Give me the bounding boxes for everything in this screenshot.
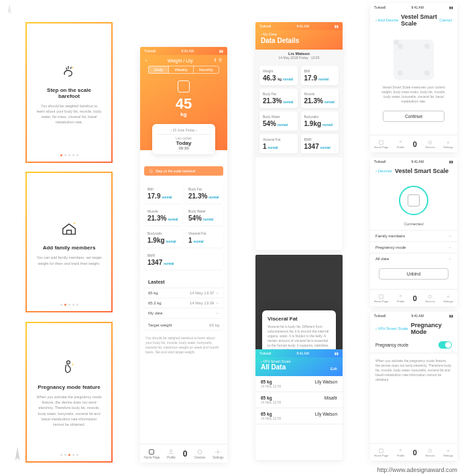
tab-home[interactable]: Home Page [143,449,160,459]
award-bottom-logo [8,445,27,464]
tab-profile[interactable]: Profile [397,448,404,457]
latest-row[interactable]: 65.2 kg14 May 13:39 → [144,298,223,308]
metric-bodyfat[interactable]: Body Fat21.3%normal [185,184,223,203]
metric-bmr[interactable]: BMR1347normal [144,250,223,270]
barefoot-icon [59,60,79,80]
status-bar: Turkcell9:41 AM▮▮ [255,349,343,357]
data-row[interactable]: 65 kg14 May 12:05Lily Watson [255,376,343,392]
edit-button[interactable]: Edit [331,367,337,371]
latest-row[interactable]: 65 kg14 May 13:37 → [144,288,223,298]
family-icon [59,218,79,238]
metrics-grid: BMI17.9normal Body Fat21.3%normal Muscle… [140,180,227,274]
tab-devices[interactable]: Devices [425,448,434,457]
tab-monthly: Monthly [193,66,219,74]
data-details-screen: Turkcell9:41 AM▮▮ ‹ My Data Data Details… [255,22,343,250]
metric-bodysalts[interactable]: Bodysalts1.9kgnormal [144,228,182,247]
row-pregnancy[interactable]: Pregnancy mode→ [370,241,457,253]
dd-bodywater[interactable]: Body Water54%normal [259,111,298,131]
svg-point-5 [170,449,172,451]
status-bar: Turkcell9:41 AM▮▮ [370,312,457,320]
back-crumb[interactable]: ‹ My Data [261,32,337,36]
svg-point-9 [400,141,401,142]
share-icon[interactable]: ⇪ ⚲ [213,58,222,63]
unbind-button[interactable]: Unbind [379,268,449,280]
dd-bodyfat[interactable]: Body Fat21.3%normal [259,88,298,108]
tab-weigh[interactable]: 0 [413,294,417,302]
tab-daily: Daily [148,66,168,74]
back-crumb[interactable]: ‹ VFit Smart Scale [261,359,291,363]
tab-settings[interactable]: Settings [443,139,453,149]
back-crumb[interactable]: ‹ Devices [375,169,392,173]
svg-rect-8 [379,140,383,143]
tab-settings[interactable]: Settings [213,449,223,459]
svg-point-6 [198,450,202,454]
svg-point-7 [217,451,219,453]
popup-body: Visceral fat is body fat. Different from… [267,324,331,353]
my-data-row[interactable]: My data→ [144,308,223,318]
page-dots[interactable] [27,454,111,456]
tab-weigh[interactable]: 0 [413,140,417,148]
dd-bmi[interactable]: BMI17.9normal [301,66,339,85]
tab-profile[interactable]: Profile [397,139,404,149]
metric-bmi[interactable]: BMI17.9normal [144,184,182,203]
toggle-switch[interactable] [438,341,452,349]
screen-title: Pregnancy Mode [411,322,452,335]
tab-bar[interactable]: Home Page Profile 0 Devices Settings [370,289,457,306]
tab-devices[interactable]: Devices [194,449,205,459]
tab-bar[interactable]: Home Page Profile 0 Devices Settings [370,443,457,461]
dd-muscle[interactable]: Muscle21.3%normal [301,88,339,108]
pregnancy-icon [59,357,79,377]
target-section[interactable]: Target weight65 kg [144,320,223,330]
continue-button[interactable]: Continue [383,111,444,122]
tab-devices[interactable]: Devices [425,294,434,303]
back-button[interactable]: ‹ [145,58,147,63]
svg-point-3 [72,363,73,365]
dd-weight[interactable]: Weight46.3 kgnormal [259,66,298,85]
onboarding-screen-3: Pregnancy mode feature When you activate… [25,322,113,463]
tab-home[interactable]: Home Page [374,448,388,457]
screen-title: All Data [261,363,291,371]
device-desc: Vestel Smart Scale measures your current… [375,85,452,104]
svg-point-0 [72,66,73,68]
metric-visceral[interactable]: Visceral Fat1normal [185,228,223,247]
tab-home[interactable]: Home Page [374,139,388,149]
tab-devices[interactable]: Devices [425,139,434,149]
onboarding-screen-2: Add family members You can add family me… [25,172,113,312]
pregnancy-toggle-row[interactable]: Pregnancy mode [370,337,457,353]
period-tabs[interactable]: Daily Weekly Monthly [145,66,222,74]
screen-title: Data Details [261,37,337,44]
tab-bar[interactable]: Home Page Profile 0 Devices Settings [140,444,227,463]
screen-title: Vestel Smart Scale [401,13,439,27]
status-bar: Turkcell9:41 AM▮▮ [140,47,227,55]
dd-visceral[interactable]: Visceral Fat1normal [259,134,298,154]
today-card[interactable]: ‹ 15 June Friday › Last update Today 09:… [152,124,215,154]
dd-bodysalts[interactable]: Bodysalts1.9kgnormal [301,111,339,131]
page-dots[interactable] [27,154,111,156]
data-row[interactable]: 65 kg14 May 12:05Misafir [255,392,343,408]
tab-settings[interactable]: Settings [443,294,453,303]
tab-bar[interactable]: Home Page Profile 0 Devices Settings [370,135,457,152]
row-family[interactable]: Family members→ [370,230,457,241]
tab-profile[interactable]: Profile [167,449,176,459]
page-dots[interactable] [27,304,111,306]
row-alldata[interactable]: All data→ [370,253,457,264]
tab-settings[interactable]: Settings [443,448,453,457]
tab-profile[interactable]: Profile [397,294,404,303]
cancel-button[interactable]: Cancel [439,18,452,22]
back-crumb[interactable]: ‹ VFit Smart Scale [375,326,408,331]
screen-title: Vestel Smart Scale [395,168,452,174]
onb3-body: When you activate the pregnancy mode fea… [36,394,102,428]
svg-point-13 [400,295,401,296]
tab-weigh[interactable]: 0 [183,449,188,459]
credit-url: http://www.adesignaward.com [377,467,457,473]
tab-home[interactable]: Home Page [374,294,388,303]
dd-bmr[interactable]: BMR1347normal [301,134,339,154]
tab-weigh[interactable]: 0 [413,449,417,457]
metric-bodywater[interactable]: Body Water54%normal [185,206,223,225]
svg-point-10 [428,141,432,144]
back-crumb[interactable]: ‹ Add Device [375,18,398,22]
svg-point-11 [447,141,449,143]
metric-muscle[interactable]: Muscle21.3%normal [144,206,182,225]
data-row[interactable]: 65 kg14 May 12:05Lily Watson [255,408,343,424]
status-bar: Turkcell9:41 AM▮▮ [370,3,457,11]
